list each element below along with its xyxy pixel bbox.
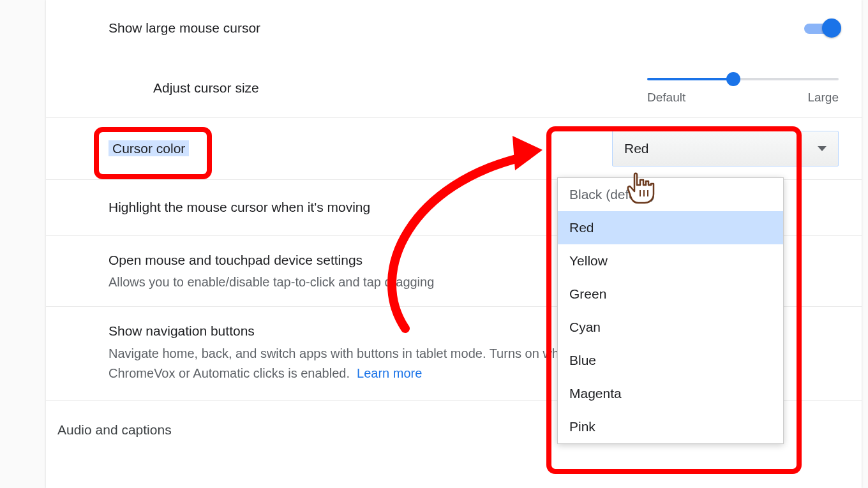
row-cursor-color: Cursor color Red: [46, 118, 862, 180]
cursor-color-option[interactable]: Pink: [558, 410, 783, 443]
cursor-color-label: Cursor color: [108, 138, 189, 159]
row-adjust-cursor-size: Adjust cursor size Default Large: [46, 59, 862, 118]
nav-buttons-sub: Navigate home, back, and switch apps wit…: [108, 344, 574, 383]
toggle-knob: [822, 18, 841, 38]
highlight-cursor-label: Highlight the mouse cursor when it's mov…: [108, 197, 370, 218]
cursor-color-option[interactable]: Blue: [558, 344, 783, 377]
chevron-down-icon: [818, 146, 827, 151]
slider-labels: Default Large: [647, 91, 839, 105]
large-cursor-label: Show large mouse cursor: [108, 18, 260, 38]
row-large-mouse-cursor: Show large mouse cursor: [46, 0, 862, 59]
nav-buttons-learn-more-link[interactable]: Learn more: [357, 366, 422, 380]
cursor-color-option[interactable]: Magenta: [558, 377, 783, 410]
open-touchpad-sub: Allows you to enable/disable tap-to-clic…: [108, 272, 574, 292]
slider-track: [647, 78, 839, 80]
adjust-size-label: Adjust cursor size: [153, 78, 259, 98]
cursor-color-dropdown[interactable]: Black (default) Red Yellow Green Cyan Bl…: [557, 177, 784, 444]
cursor-color-option[interactable]: Yellow: [558, 244, 783, 277]
cursor-color-option[interactable]: Green: [558, 277, 783, 311]
cursor-color-selected-value: Red: [624, 141, 649, 156]
cursor-color-select[interactable]: Red: [612, 131, 839, 166]
cursor-size-slider[interactable]: Default Large: [647, 71, 839, 105]
large-cursor-toggle[interactable]: [804, 22, 839, 34]
nav-buttons-sub-text: Navigate home, back, and switch apps wit…: [108, 346, 573, 380]
cursor-color-option[interactable]: Red: [558, 211, 783, 244]
cursor-color-option[interactable]: Black (default): [558, 178, 783, 211]
slider-thumb[interactable]: [727, 73, 740, 85]
cursor-color-label-text: Cursor color: [108, 140, 189, 156]
slider-min-label: Default: [647, 91, 685, 105]
slider-max-label: Large: [807, 91, 839, 105]
cursor-color-option[interactable]: Cyan: [558, 311, 783, 344]
